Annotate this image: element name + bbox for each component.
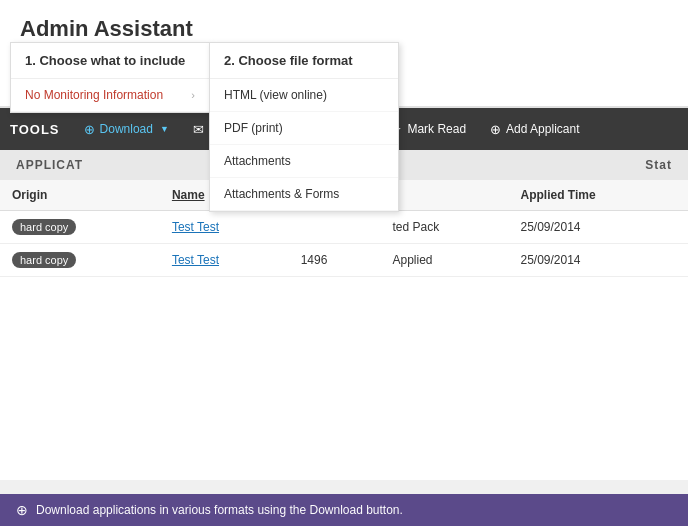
format-attachments[interactable]: Attachments (210, 145, 398, 178)
row1-applied-time: 25/09/2014 (508, 211, 688, 244)
add-applicant-label: Add Applicant (506, 122, 579, 136)
row2-id: 1496 (289, 244, 381, 277)
applicant-link[interactable]: Test Test (172, 220, 219, 234)
row1-status: ted Pack (380, 211, 508, 244)
row2-applied-time: 25/09/2014 (508, 244, 688, 277)
dropdown-panel-step1: 1. Choose what to include No Monitoring … (10, 42, 210, 113)
col-applied-time: Applied Time (508, 180, 688, 211)
arrow-icon: › (191, 89, 195, 101)
col-status (380, 180, 508, 211)
table-row: hard copy Test Test ted Pack 25/09/2014 (0, 211, 688, 244)
row1-name: Test Test (160, 211, 289, 244)
row2-status: Applied (380, 244, 508, 277)
step2-header: 2. Choose file format (210, 43, 398, 79)
no-monitoring-label: No Monitoring Information (25, 88, 163, 102)
dropdown-item-no-monitoring[interactable]: No Monitoring Information › (11, 79, 209, 112)
format-attachments-forms[interactable]: Attachments & Forms (210, 178, 398, 211)
dropdown-panel-step2: 2. Choose file format HTML (view online)… (209, 42, 399, 212)
applicant-link[interactable]: Test Test (172, 253, 219, 267)
row1-origin: hard copy (0, 211, 160, 244)
add-applicant-button[interactable]: ⊕ Add Applicant (480, 116, 589, 143)
origin-badge: hard copy (12, 219, 76, 235)
add-icon: ⊕ (490, 122, 501, 137)
format-html[interactable]: HTML (view online) (210, 79, 398, 112)
table-row: hard copy Test Test 1496 Applied 25/09/2… (0, 244, 688, 277)
footer-text: Download applications in various formats… (36, 503, 403, 517)
page-title: Admin Assistant (20, 16, 668, 42)
row1-id (289, 211, 381, 244)
main-container: Admin Assistant CE/13/641 | Chief Execut… (0, 0, 688, 480)
row2-origin: hard copy (0, 244, 160, 277)
origin-badge: hard copy (12, 252, 76, 268)
footer-icon: ⊕ (16, 502, 28, 518)
row2-name: Test Test (160, 244, 289, 277)
dropdown-overlay: 1. Choose what to include No Monitoring … (10, 42, 399, 212)
section-status: Stat (645, 158, 672, 172)
step1-header: 1. Choose what to include (11, 43, 209, 79)
mark-read-label: Mark Read (407, 122, 466, 136)
format-pdf[interactable]: PDF (print) (210, 112, 398, 145)
footer-bar: ⊕ Download applications in various forma… (0, 494, 688, 526)
